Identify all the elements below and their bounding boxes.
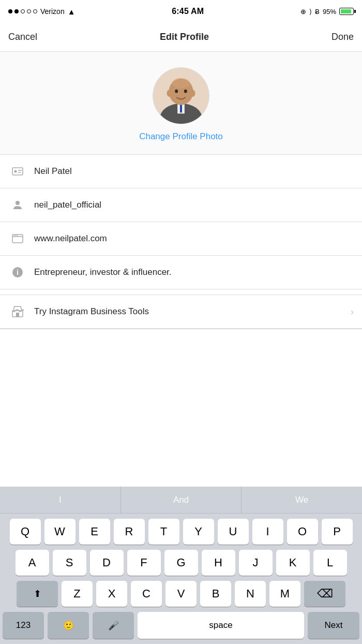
- predictive-row: I And We: [0, 487, 362, 514]
- svg-point-20: [16, 235, 17, 236]
- key-f[interactable]: F: [127, 550, 161, 576]
- change-photo-button[interactable]: Change Profile Photo: [139, 131, 223, 142]
- status-right: ⊕ ⟩ Ƀ 95%: [300, 8, 354, 16]
- svg-point-11: [172, 78, 190, 89]
- bio-field[interactable]: i Entrepreneur, investor & influencer.: [0, 256, 362, 289]
- info-icon: i: [8, 263, 27, 282]
- website-value: www.neilpatel.com: [34, 233, 354, 244]
- key-o[interactable]: O: [287, 519, 318, 545]
- profile-section: Change Profile Photo: [0, 52, 362, 155]
- dot-2: [14, 9, 19, 13]
- predictive-item-2[interactable]: And: [121, 487, 242, 513]
- predictive-item-1[interactable]: I: [0, 487, 121, 513]
- business-tools-row[interactable]: Try Instagram Business Tools ›: [0, 295, 362, 329]
- id-card-icon: [8, 162, 27, 181]
- business-tools-label: Try Instagram Business Tools: [34, 306, 351, 317]
- svg-point-21: [17, 235, 18, 236]
- wifi-icon: ▲: [68, 7, 76, 16]
- key-row-1: Q W E R T Y U I O P: [3, 519, 359, 545]
- avatar-image: [153, 68, 209, 124]
- svg-point-16: [16, 201, 20, 205]
- key-v[interactable]: V: [165, 581, 197, 607]
- key-q[interactable]: Q: [10, 519, 41, 545]
- key-g[interactable]: G: [164, 550, 198, 576]
- dot-1: [8, 9, 12, 13]
- battery-icon: [339, 8, 354, 15]
- dot-5: [33, 9, 37, 13]
- lock-icon: ⊕: [300, 8, 306, 16]
- predictive-item-3[interactable]: We: [242, 487, 362, 513]
- signal-dots: [8, 9, 37, 13]
- key-e[interactable]: E: [79, 519, 110, 545]
- avatar[interactable]: [153, 67, 209, 124]
- key-y[interactable]: Y: [183, 519, 214, 545]
- emoji-key[interactable]: 🙂: [48, 612, 89, 639]
- nav-bar: Cancel Edit Profile Done: [0, 23, 362, 52]
- svg-point-7: [167, 90, 172, 97]
- svg-point-8: [190, 90, 195, 97]
- key-row-2: A S D F G H J K L: [3, 550, 359, 576]
- svg-point-10: [184, 90, 187, 93]
- key-j[interactable]: J: [239, 550, 273, 576]
- key-a[interactable]: A: [16, 550, 49, 576]
- num-key[interactable]: 123: [3, 612, 44, 639]
- key-m[interactable]: M: [269, 581, 300, 607]
- bluetooth-icon: Ƀ: [315, 8, 320, 16]
- key-u[interactable]: U: [218, 519, 249, 545]
- status-bar: Verizon ▲ 6:45 AM ⊕ ⟩ Ƀ 95%: [0, 0, 362, 23]
- key-s[interactable]: S: [53, 550, 86, 576]
- svg-rect-4: [180, 105, 182, 113]
- form-section: Neil Patel neil_patel_official www.neilp…: [0, 155, 362, 289]
- delete-key[interactable]: ⌫: [304, 581, 345, 607]
- carrier-label: Verizon: [40, 7, 65, 16]
- key-row-3: ⬆ Z X C V B N M ⌫: [3, 581, 359, 607]
- cancel-button[interactable]: Cancel: [8, 32, 37, 42]
- done-button[interactable]: Done: [331, 32, 354, 42]
- name-value: Neil Patel: [34, 166, 354, 177]
- key-d[interactable]: D: [90, 550, 124, 576]
- nav-title: Edit Profile: [160, 32, 209, 42]
- username-value: neil_patel_official: [34, 200, 354, 210]
- key-p[interactable]: P: [322, 519, 353, 545]
- key-c[interactable]: C: [131, 581, 162, 607]
- username-field[interactable]: neil_patel_official: [0, 188, 362, 222]
- chevron-right-icon: ›: [351, 306, 354, 317]
- name-field[interactable]: Neil Patel: [0, 155, 362, 188]
- business-tools-section: Try Instagram Business Tools ›: [0, 295, 362, 329]
- browser-icon: [8, 229, 27, 248]
- key-k[interactable]: K: [276, 550, 310, 576]
- store-icon: [8, 302, 27, 321]
- key-i[interactable]: I: [252, 519, 283, 545]
- key-h[interactable]: H: [202, 550, 235, 576]
- mic-key[interactable]: 🎤: [93, 612, 134, 639]
- status-left: Verizon ▲: [8, 7, 76, 16]
- svg-point-13: [14, 170, 17, 173]
- svg-rect-25: [16, 313, 19, 317]
- status-time: 6:45 AM: [172, 7, 204, 16]
- key-row-4: 123 🙂 🎤 space Next: [0, 612, 362, 644]
- svg-point-19: [14, 235, 15, 236]
- svg-point-9: [175, 90, 178, 93]
- next-key[interactable]: Next: [308, 612, 359, 639]
- person-icon: [8, 196, 27, 214]
- key-b[interactable]: B: [200, 581, 231, 607]
- key-x[interactable]: X: [96, 581, 127, 607]
- key-z[interactable]: Z: [62, 581, 93, 607]
- svg-text:i: i: [17, 268, 19, 276]
- key-n[interactable]: N: [235, 581, 266, 607]
- location-icon: ⟩: [309, 8, 312, 16]
- key-w[interactable]: W: [44, 519, 76, 545]
- space-key[interactable]: space: [138, 612, 304, 639]
- svg-rect-12: [12, 168, 23, 175]
- battery-pct: 95%: [323, 8, 336, 16]
- key-l[interactable]: L: [313, 550, 347, 576]
- shift-key[interactable]: ⬆: [17, 581, 58, 607]
- dot-4: [27, 9, 31, 13]
- dot-3: [21, 9, 25, 13]
- keyboard: I And We Q W E R T Y U I O P A S D F G H…: [0, 487, 362, 644]
- website-field[interactable]: www.neilpatel.com: [0, 222, 362, 256]
- bio-value: Entrepreneur, investor & influencer.: [34, 267, 354, 277]
- key-r[interactable]: R: [114, 519, 145, 545]
- key-t[interactable]: T: [148, 519, 179, 545]
- key-rows: Q W E R T Y U I O P A S D F G H J K L ⬆ …: [0, 514, 362, 607]
